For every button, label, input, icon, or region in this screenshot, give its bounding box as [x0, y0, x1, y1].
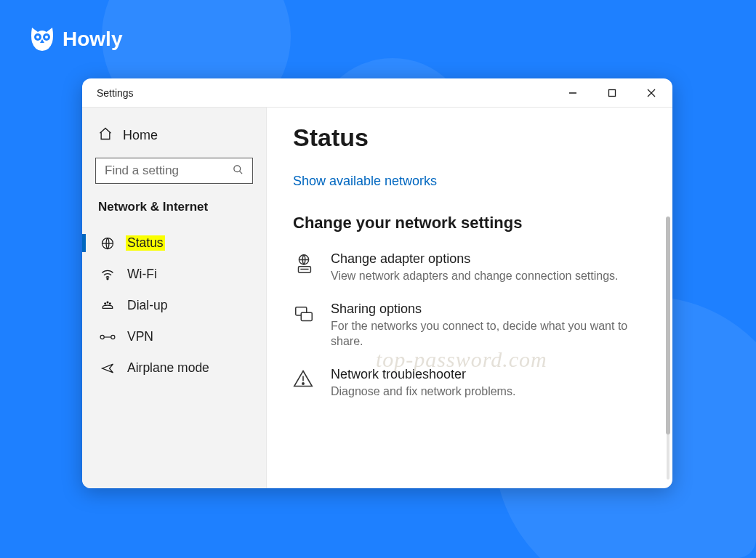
search-input[interactable]: Find a setting [95, 158, 253, 184]
adapter-icon [293, 251, 318, 284]
svg-point-13 [107, 302, 108, 303]
sharing-icon [293, 302, 318, 349]
sidebar: Home Find a setting Network & Internet S… [82, 108, 267, 488]
scrollbar-thumb[interactable] [666, 217, 670, 434]
show-networks-link[interactable]: Show available networks [293, 174, 437, 189]
svg-point-3 [45, 36, 48, 39]
sidebar-item-dialup[interactable]: Dial-up [82, 290, 266, 321]
option-title: Sharing options [331, 302, 656, 317]
change-settings-heading: Change your network settings [293, 214, 656, 232]
option-desc: Diagnose and fix network problems. [331, 384, 515, 400]
vpn-icon [100, 331, 116, 343]
svg-point-16 [111, 335, 115, 339]
sidebar-home[interactable]: Home [95, 124, 253, 158]
main-panel: Status Show available networks Change yo… [267, 108, 672, 488]
dialup-icon [100, 299, 116, 313]
option-title: Change adapter options [331, 251, 619, 267]
globe-icon [100, 236, 116, 251]
option-change-adapter[interactable]: Change adapter options View network adap… [293, 251, 656, 284]
svg-line-9 [239, 171, 242, 174]
brand-name: Howly [63, 28, 122, 51]
option-troubleshooter[interactable]: Network troubleshooter Diagnose and fix … [293, 367, 656, 400]
search-icon [233, 164, 244, 177]
minimize-button[interactable] [553, 78, 592, 108]
sidebar-home-label: Home [123, 128, 158, 143]
airplane-icon [100, 361, 116, 376]
svg-point-2 [36, 36, 39, 39]
sidebar-item-status[interactable]: Status [82, 227, 266, 259]
settings-window: Settings Home Find a setting [82, 78, 672, 488]
howly-logo: Howly [28, 25, 122, 54]
svg-point-15 [100, 335, 104, 339]
sidebar-item-label: VPN [126, 329, 155, 344]
sidebar-item-label: Status [126, 235, 165, 251]
option-desc: View network adapters and change connect… [331, 268, 619, 284]
svg-rect-5 [609, 89, 616, 96]
svg-point-11 [107, 278, 108, 279]
owl-icon [28, 25, 57, 54]
maximize-button[interactable] [592, 78, 632, 108]
sidebar-item-airplane[interactable]: Airplane mode [82, 352, 266, 384]
sidebar-section-title: Network & Internet [95, 200, 253, 214]
search-placeholder: Find a setting [105, 163, 179, 178]
home-icon [98, 126, 113, 145]
wifi-icon [100, 267, 116, 282]
warning-icon [293, 367, 318, 400]
option-desc: For the networks you connect to, decide … [331, 318, 656, 349]
close-button[interactable] [632, 78, 671, 108]
page-heading: Status [293, 124, 656, 152]
sidebar-item-label: Wi-Fi [126, 267, 158, 282]
svg-point-12 [105, 302, 106, 304]
sidebar-item-wifi[interactable]: Wi-Fi [82, 259, 266, 290]
svg-rect-22 [301, 312, 312, 320]
sidebar-item-vpn[interactable]: VPN [82, 321, 266, 352]
sidebar-item-label: Dial-up [126, 298, 169, 313]
svg-point-8 [234, 166, 241, 172]
svg-point-24 [302, 383, 304, 384]
window-title: Settings [97, 87, 134, 99]
option-title: Network troubleshooter [331, 367, 515, 382]
option-sharing[interactable]: Sharing options For the networks you con… [293, 302, 656, 349]
sidebar-item-label: Airplane mode [126, 360, 211, 376]
svg-point-14 [110, 302, 111, 304]
titlebar: Settings [82, 78, 672, 108]
